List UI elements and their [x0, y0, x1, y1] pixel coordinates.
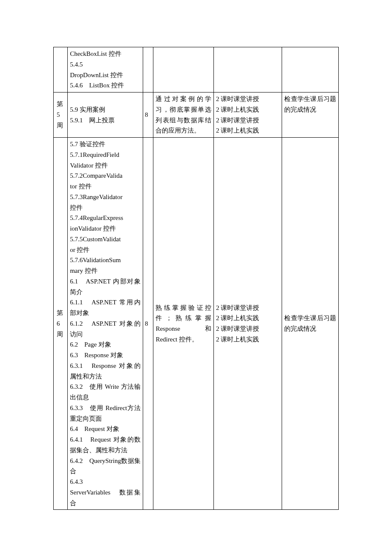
- content-line: 5.7.4RegularExpress: [70, 213, 141, 223]
- content-line: mary 控件: [70, 266, 141, 276]
- content-line: 6.4 Request 对象: [70, 424, 141, 434]
- content-line: 6.3.3 使用 Redirect方法重定向页面: [70, 403, 141, 424]
- table-row: 第 6 周 5.7 验证控件 5.7.1RequiredField Valida…: [54, 138, 339, 510]
- content-line: 6.1.2 ASP.NET 对象的访问: [70, 318, 141, 340]
- check-cell: 检查学生课后习题的完成情况: [282, 92, 339, 138]
- content-line: Validator 控件: [70, 160, 141, 171]
- method-line: 2 课时课堂讲授: [216, 324, 280, 334]
- method-line: 2 课时上机实践: [216, 104, 280, 115]
- syllabus-table: CheckBoxList 控件 5.4.5 DropDownList 控件 5.…: [53, 47, 339, 510]
- content-line: 5.4.6 ListBox 控件: [70, 80, 141, 91]
- content-line: 6.3 Response 对象: [70, 350, 141, 361]
- method-line: 2 课时课堂讲授: [216, 303, 280, 313]
- content-line: 6.3.1 Response 对象的属性和方法: [70, 361, 141, 382]
- content-line: 5.7.5CustomValidat: [70, 234, 141, 245]
- content-line: 6.1.1 ASP.NET 常用内部对象: [70, 297, 141, 318]
- content-cell: 5.7 验证控件 5.7.1RequiredField Validator 控件…: [68, 138, 143, 510]
- method-cell: 2 课时课堂讲授 2 课时上机实践 2 课时课堂讲授 2 课时上机实践: [213, 92, 282, 138]
- document-page: CheckBoxList 控件 5.4.5 DropDownList 控件 5.…: [0, 0, 392, 555]
- content-line: 6.3.2 使用 Write 方法输出信息: [70, 382, 141, 403]
- content-line: 6.4.1 Request 对象的数据集合、属性和方法: [70, 434, 141, 456]
- content-line: 5.9 实用案例: [70, 104, 141, 115]
- content-cell: 5.9 实用案例 5.9.1 网上投票: [68, 92, 143, 138]
- hours-cell: [143, 47, 153, 92]
- method-line: 2 课时上机实践: [216, 125, 280, 136]
- method-line: 2 课时课堂讲授: [216, 115, 280, 126]
- method-cell: [213, 47, 282, 92]
- objective-cell: 熟练掌握验证控件；熟练掌握 Response 和 Redirect 控件。: [153, 138, 214, 510]
- content-line: CheckBoxList 控件: [70, 49, 141, 59]
- content-line: 5.9.1 网上投票: [70, 115, 141, 126]
- content-line: ServerVariables 数据集合: [70, 487, 141, 509]
- method-line: 2 课时课堂讲授: [216, 94, 280, 104]
- method-line: 2 课时上机实践: [216, 313, 280, 324]
- content-line: ionValidator 控件: [70, 223, 141, 234]
- content-line: 5.7 验证控件: [70, 139, 141, 150]
- method-line: 2 课时上机实践: [216, 334, 280, 345]
- content-line: 控件: [70, 202, 141, 213]
- content-line: 5.7.1RequiredField: [70, 150, 141, 160]
- content-line: or 控件: [70, 245, 141, 255]
- content-line: 5.7.6ValidationSum: [70, 255, 141, 266]
- week-cell: 第 5 周: [54, 92, 68, 138]
- check-cell: 检查学生课后习题的完成情况: [282, 138, 339, 510]
- week-cell: 第 6 周: [54, 138, 68, 510]
- content-line: 6.4.2 QueryString数据集合: [70, 456, 141, 477]
- table-row: CheckBoxList 控件 5.4.5 DropDownList 控件 5.…: [54, 47, 339, 92]
- method-cell: 2 课时课堂讲授 2 课时上机实践 2 课时课堂讲授 2 课时上机实践: [213, 138, 282, 510]
- hours-cell: 8: [143, 92, 153, 138]
- table-row: 第 5 周 5.9 实用案例 5.9.1 网上投票 8 通过对案例的学习，彻底掌…: [54, 92, 339, 138]
- content-line: DropDownList 控件: [70, 70, 141, 81]
- check-cell: [282, 47, 339, 92]
- objective-cell: [153, 47, 214, 92]
- content-line: 6.2 Page 对象: [70, 339, 141, 350]
- objective-cell: 通过对案例的学习，彻底掌握单选列表组与数据库结合的应用方法。: [153, 92, 214, 138]
- content-line: 6.1 ASP.NET 内部对象简介: [70, 276, 141, 298]
- content-line: 5.7.2CompareValida: [70, 171, 141, 181]
- week-cell: [54, 47, 68, 92]
- content-cell: CheckBoxList 控件 5.4.5 DropDownList 控件 5.…: [68, 47, 143, 92]
- content-line: 5.7.3RangeValidator: [70, 192, 141, 202]
- content-line: 6.4.3: [70, 477, 141, 487]
- content-line: tor 控件: [70, 181, 141, 192]
- content-line: 5.4.5: [70, 59, 141, 70]
- hours-cell: 8: [143, 138, 153, 510]
